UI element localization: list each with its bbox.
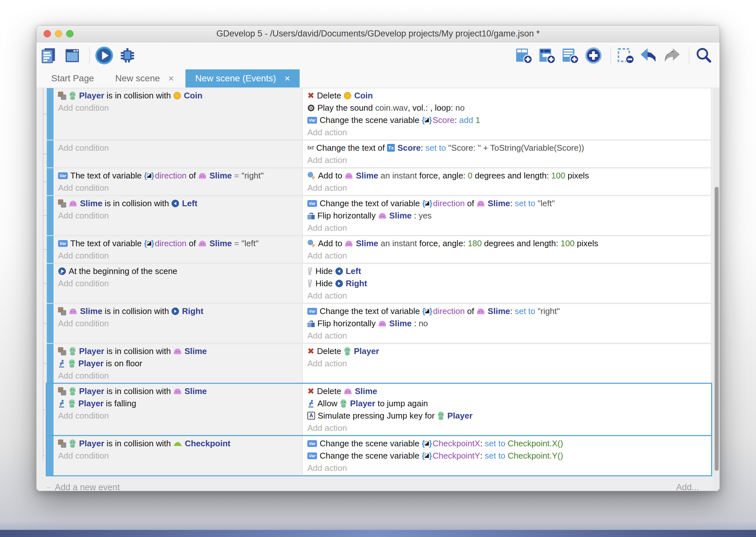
delete-event-button[interactable]: [617, 46, 637, 65]
add-condition-button[interactable]: Add condition: [54, 317, 302, 329]
add-new-event-button[interactable]: Add a new event: [47, 482, 120, 491]
tab-new-scene[interactable]: New scene×: [105, 69, 183, 87]
condition-line[interactable]: Slime is in collision with Left: [54, 197, 302, 209]
add-action-button[interactable]: Add action: [303, 182, 711, 194]
action-line[interactable]: VarChange the scene variable {}Checkpoin…: [303, 450, 711, 462]
event-drag-handle[interactable]: [47, 304, 54, 343]
action-line[interactable]: Hide Right: [303, 277, 711, 289]
add-action-button[interactable]: Add action: [303, 462, 711, 474]
condition-line[interactable]: Slime is in collision with Right: [54, 305, 302, 317]
tab-start-page[interactable]: Start Page: [42, 69, 103, 87]
scene-editor-button[interactable]: [63, 46, 84, 65]
action-line[interactable]: ASimulate pressing Jump key for Player: [303, 409, 711, 422]
event-drag-handle[interactable]: [47, 384, 54, 435]
add-condition-button[interactable]: Add condition: [54, 409, 302, 422]
close-tab-icon[interactable]: ×: [284, 74, 290, 83]
add-condition-button[interactable]: Add condition: [54, 369, 302, 382]
add-condition-button[interactable]: Add condition: [54, 182, 302, 194]
add-condition-button[interactable]: Add condition: [54, 277, 302, 289]
condition-text: Right: [182, 306, 203, 316]
action-line[interactable]: ✖Delete Player: [303, 345, 711, 357]
close-tab-icon[interactable]: ×: [169, 74, 174, 83]
structure-icon: {}: [144, 171, 154, 180]
condition-line[interactable]: Player is on floor: [54, 357, 302, 369]
action-line[interactable]: Play the sound coin.wav, vol.: , loop: n…: [303, 102, 711, 114]
redo-button[interactable]: [663, 46, 683, 65]
undo-button[interactable]: [640, 46, 660, 65]
tab-new-scene-events[interactable]: New scene (Events)×: [185, 69, 300, 87]
add-condition-button[interactable]: Add condition: [54, 249, 302, 262]
action-text: Add to: [318, 171, 344, 181]
action-line[interactable]: Hide Left: [303, 265, 711, 277]
add-action-button[interactable]: Add action: [303, 329, 711, 342]
condition-line[interactable]: Player is in collision with Slime: [54, 385, 302, 397]
add-event-button[interactable]: [515, 46, 535, 65]
event-drag-handle[interactable]: [47, 141, 54, 168]
title-bar[interactable]: GDevelop 5 - /Users/david/Documents/GDev…: [36, 25, 720, 42]
add-condition-button[interactable]: Add condition: [54, 142, 302, 154]
event-drag-handle[interactable]: [47, 196, 54, 235]
add-condition-button[interactable]: Add condition: [54, 102, 302, 114]
collision-icon: [58, 439, 66, 448]
add-action-button[interactable]: Add action: [303, 154, 711, 166]
action-line[interactable]: Add to Slime an instant force, angle: 18…: [303, 237, 711, 249]
zoom-window-button[interactable]: [66, 30, 74, 37]
action-line[interactable]: VarChange the text of variable {}directi…: [303, 305, 711, 317]
debug-button[interactable]: [119, 46, 139, 65]
add-condition-button[interactable]: Add condition: [54, 450, 302, 462]
event-drag-handle[interactable]: [47, 436, 54, 475]
coin-icon: [173, 92, 181, 100]
add-subevent-button[interactable]: [538, 46, 558, 65]
add-condition-button[interactable]: Add condition: [54, 209, 302, 222]
condition-line[interactable]: Player is in collision with Checkpoint: [54, 437, 302, 450]
event-drag-handle[interactable]: [47, 264, 54, 303]
action-line[interactable]: Allow Player to jump again: [303, 397, 711, 409]
add-circle-button[interactable]: [585, 46, 605, 65]
action-text: :: [480, 451, 485, 461]
play-button[interactable]: [95, 46, 115, 65]
event-drag-handle[interactable]: [47, 88, 54, 140]
add-action-button[interactable]: Add action: [303, 222, 711, 234]
close-window-button[interactable]: [44, 30, 51, 37]
action-line[interactable]: ✖Delete Coin: [303, 89, 711, 102]
action-line[interactable]: Flip horizontally Slime : no: [303, 317, 711, 329]
add-action-button[interactable]: Add action: [303, 357, 711, 369]
condition-text: Player: [79, 91, 104, 101]
scrollbar-track[interactable]: [714, 87, 720, 491]
event-drag-handle[interactable]: [47, 344, 54, 383]
action-line[interactable]: txtChange the text of TxScore: set to "S…: [303, 142, 711, 154]
add-action-button[interactable]: Add action: [303, 249, 711, 262]
action-line[interactable]: VarChange the text of variable {}directi…: [303, 197, 711, 209]
conditions-cell: Slime is in collision with LeftAdd condi…: [54, 196, 303, 235]
event-row: Player is in collision with CoinAdd cond…: [47, 88, 711, 140]
minimize-window-button[interactable]: [55, 30, 62, 37]
add-more-button[interactable]: Add...: [676, 482, 699, 491]
event-drag-handle[interactable]: [47, 168, 54, 195]
condition-line[interactable]: VarThe text of variable {}direction of S…: [54, 169, 302, 182]
condition-line[interactable]: Player is falling: [54, 397, 302, 409]
toolbar-divider: [689, 47, 689, 64]
project-manager-button[interactable]: [40, 46, 60, 65]
action-text: Slime: [488, 198, 510, 208]
add-action-button[interactable]: Add action: [303, 126, 711, 139]
action-line[interactable]: VarChange the scene variable {}Checkpoin…: [303, 437, 711, 450]
action-text: of: [465, 198, 476, 208]
scrollbar-thumb[interactable]: [715, 187, 719, 471]
action-line[interactable]: ✖Delete Slime: [303, 385, 711, 397]
add-comment-button[interactable]: [561, 46, 582, 65]
player-icon: [69, 347, 76, 356]
action-line[interactable]: Flip horizontally Slime : yes: [303, 209, 711, 222]
event-row: VarThe text of variable {}direction of S…: [47, 168, 711, 195]
action-line[interactable]: Add to Slime an instant force, angle: 0 …: [303, 169, 711, 182]
event-drag-handle[interactable]: [47, 236, 54, 263]
condition-line[interactable]: Player is in collision with Slime: [54, 345, 302, 357]
slime-icon: [476, 200, 485, 207]
condition-text: Left: [182, 198, 197, 208]
search-button[interactable]: [695, 46, 715, 65]
add-action-button[interactable]: Add action: [303, 289, 711, 302]
condition-line[interactable]: VarThe text of variable {}direction of S…: [54, 237, 302, 249]
add-action-button[interactable]: Add action: [303, 422, 711, 434]
condition-line[interactable]: At the beginning of the scene: [54, 265, 302, 277]
condition-line[interactable]: Player is in collision with Coin: [54, 89, 302, 102]
action-line[interactable]: VarChange the scene variable {}Score: ad…: [303, 114, 711, 126]
